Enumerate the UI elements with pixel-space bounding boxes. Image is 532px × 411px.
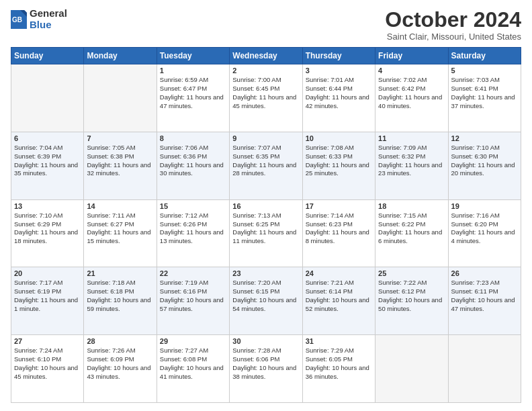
- day-info: Sunrise: 7:00 AM Sunset: 6:45 PM Dayligh…: [232, 76, 299, 110]
- day-number: 24: [306, 269, 372, 277]
- calendar-cell-w2d4: 17Sunrise: 7:14 AM Sunset: 6:23 PM Dayli…: [302, 199, 375, 267]
- calendar-cell-w0d2: 1Sunrise: 6:59 AM Sunset: 6:47 PM Daylig…: [157, 64, 229, 132]
- day-info: Sunrise: 7:03 AM Sunset: 6:41 PM Dayligh…: [451, 76, 518, 110]
- day-info: Sunrise: 7:10 AM Sunset: 6:30 PM Dayligh…: [451, 144, 518, 178]
- day-number: 22: [160, 269, 226, 277]
- location: Saint Clair, Missouri, United States: [385, 32, 521, 42]
- day-number: 21: [87, 269, 153, 277]
- day-number: 6: [14, 134, 81, 142]
- day-info: Sunrise: 6:59 AM Sunset: 6:47 PM Dayligh…: [160, 76, 226, 110]
- calendar-cell-w3d6: 26Sunrise: 7:23 AM Sunset: 6:11 PM Dayli…: [448, 267, 521, 335]
- day-info: Sunrise: 7:07 AM Sunset: 6:35 PM Dayligh…: [232, 144, 299, 178]
- day-number: 4: [378, 66, 445, 75]
- calendar-cell-w4d6: [448, 335, 521, 403]
- day-info: Sunrise: 7:16 AM Sunset: 6:20 PM Dayligh…: [451, 212, 518, 246]
- day-info: Sunrise: 7:09 AM Sunset: 6:32 PM Dayligh…: [378, 144, 445, 178]
- calendar-cell-w4d0: 27Sunrise: 7:24 AM Sunset: 6:10 PM Dayli…: [11, 335, 84, 403]
- title-area: October 2024 Saint Clair, Missouri, Unit…: [385, 8, 521, 42]
- day-info: Sunrise: 7:20 AM Sunset: 6:15 PM Dayligh…: [232, 279, 299, 313]
- calendar-week-1: 6Sunrise: 7:04 AM Sunset: 6:39 PM Daylig…: [11, 132, 521, 199]
- calendar-cell-w1d0: 6Sunrise: 7:04 AM Sunset: 6:39 PM Daylig…: [11, 132, 84, 199]
- calendar-cell-w4d3: 30Sunrise: 7:28 AM Sunset: 6:06 PM Dayli…: [230, 335, 302, 403]
- calendar-cell-w3d0: 20Sunrise: 7:17 AM Sunset: 6:19 PM Dayli…: [11, 267, 84, 335]
- col-monday: Monday: [84, 48, 157, 64]
- day-info: Sunrise: 7:13 AM Sunset: 6:25 PM Dayligh…: [232, 212, 299, 246]
- col-thursday: Thursday: [302, 48, 375, 64]
- logo: GB General Blue: [11, 8, 67, 30]
- calendar-cell-w1d6: 12Sunrise: 7:10 AM Sunset: 6:30 PM Dayli…: [448, 132, 521, 199]
- col-friday: Friday: [375, 48, 448, 64]
- calendar-cell-w2d2: 15Sunrise: 7:12 AM Sunset: 6:26 PM Dayli…: [157, 199, 229, 267]
- day-number: 11: [378, 134, 445, 142]
- day-info: Sunrise: 7:14 AM Sunset: 6:23 PM Dayligh…: [306, 212, 372, 246]
- calendar-week-3: 20Sunrise: 7:17 AM Sunset: 6:19 PM Dayli…: [11, 267, 521, 335]
- day-number: 14: [87, 202, 153, 210]
- day-number: 9: [232, 134, 299, 142]
- calendar-cell-w4d5: [375, 335, 448, 403]
- day-info: Sunrise: 7:18 AM Sunset: 6:18 PM Dayligh…: [87, 279, 153, 313]
- calendar-cell-w2d0: 13Sunrise: 7:10 AM Sunset: 6:29 PM Dayli…: [11, 199, 84, 267]
- calendar-cell-w0d5: 4Sunrise: 7:02 AM Sunset: 6:42 PM Daylig…: [375, 64, 448, 132]
- calendar-cell-w4d1: 28Sunrise: 7:26 AM Sunset: 6:09 PM Dayli…: [84, 335, 157, 403]
- day-number: 18: [378, 202, 445, 210]
- calendar-week-4: 27Sunrise: 7:24 AM Sunset: 6:10 PM Dayli…: [11, 335, 521, 403]
- day-info: Sunrise: 7:01 AM Sunset: 6:44 PM Dayligh…: [306, 76, 372, 110]
- day-number: 27: [14, 337, 81, 345]
- day-number: 2: [232, 66, 299, 75]
- calendar-cell-w2d1: 14Sunrise: 7:11 AM Sunset: 6:27 PM Dayli…: [84, 199, 157, 267]
- day-number: 26: [451, 269, 518, 277]
- day-info: Sunrise: 7:06 AM Sunset: 6:36 PM Dayligh…: [160, 144, 226, 178]
- day-info: Sunrise: 7:28 AM Sunset: 6:06 PM Dayligh…: [232, 347, 299, 381]
- day-number: 15: [160, 202, 226, 210]
- calendar-cell-w1d2: 8Sunrise: 7:06 AM Sunset: 6:36 PM Daylig…: [157, 132, 229, 199]
- day-info: Sunrise: 7:12 AM Sunset: 6:26 PM Dayligh…: [160, 212, 226, 246]
- calendar-cell-w3d1: 21Sunrise: 7:18 AM Sunset: 6:18 PM Dayli…: [84, 267, 157, 335]
- calendar-cell-w3d2: 22Sunrise: 7:19 AM Sunset: 6:16 PM Dayli…: [157, 267, 229, 335]
- col-sunday: Sunday: [11, 48, 84, 64]
- calendar-cell-w0d4: 3Sunrise: 7:01 AM Sunset: 6:44 PM Daylig…: [302, 64, 375, 132]
- calendar-cell-w1d5: 11Sunrise: 7:09 AM Sunset: 6:32 PM Dayli…: [375, 132, 448, 199]
- logo-icon: GB: [11, 10, 27, 29]
- calendar-table: Sunday Monday Tuesday Wednesday Thursday…: [11, 47, 521, 403]
- day-number: 8: [160, 134, 226, 142]
- day-info: Sunrise: 7:19 AM Sunset: 6:16 PM Dayligh…: [160, 279, 226, 313]
- calendar-header-row: Sunday Monday Tuesday Wednesday Thursday…: [11, 48, 521, 64]
- day-number: 31: [306, 337, 372, 345]
- calendar-cell-w4d2: 29Sunrise: 7:27 AM Sunset: 6:08 PM Dayli…: [157, 335, 229, 403]
- day-info: Sunrise: 7:22 AM Sunset: 6:12 PM Dayligh…: [378, 279, 445, 313]
- logo-text: General Blue: [30, 8, 67, 30]
- calendar-cell-w1d1: 7Sunrise: 7:05 AM Sunset: 6:38 PM Daylig…: [84, 132, 157, 199]
- day-number: 19: [451, 202, 518, 210]
- day-number: 20: [14, 269, 81, 277]
- day-number: 23: [232, 269, 299, 277]
- day-number: 17: [306, 202, 372, 210]
- calendar-cell-w0d3: 2Sunrise: 7:00 AM Sunset: 6:45 PM Daylig…: [230, 64, 302, 132]
- calendar-cell-w3d4: 24Sunrise: 7:21 AM Sunset: 6:14 PM Dayli…: [302, 267, 375, 335]
- day-info: Sunrise: 7:26 AM Sunset: 6:09 PM Dayligh…: [87, 347, 153, 381]
- day-number: 13: [14, 202, 81, 210]
- day-info: Sunrise: 7:24 AM Sunset: 6:10 PM Dayligh…: [14, 347, 81, 381]
- day-number: 28: [87, 337, 153, 345]
- month-title: October 2024: [385, 8, 521, 32]
- day-info: Sunrise: 7:11 AM Sunset: 6:27 PM Dayligh…: [87, 212, 153, 246]
- col-tuesday: Tuesday: [157, 48, 229, 64]
- calendar-cell-w0d0: [11, 64, 84, 132]
- day-number: 3: [306, 66, 372, 75]
- day-number: 30: [232, 337, 299, 345]
- col-saturday: Saturday: [448, 48, 521, 64]
- day-info: Sunrise: 7:02 AM Sunset: 6:42 PM Dayligh…: [378, 76, 445, 110]
- calendar-cell-w3d5: 25Sunrise: 7:22 AM Sunset: 6:12 PM Dayli…: [375, 267, 448, 335]
- day-number: 5: [451, 66, 518, 75]
- calendar-week-0: 1Sunrise: 6:59 AM Sunset: 6:47 PM Daylig…: [11, 64, 521, 132]
- day-info: Sunrise: 7:08 AM Sunset: 6:33 PM Dayligh…: [306, 144, 372, 178]
- calendar-week-2: 13Sunrise: 7:10 AM Sunset: 6:29 PM Dayli…: [11, 199, 521, 267]
- calendar-cell-w1d3: 9Sunrise: 7:07 AM Sunset: 6:35 PM Daylig…: [230, 132, 302, 199]
- header: GB General Blue October 2024 Saint Clair…: [11, 8, 521, 42]
- svg-text:GB: GB: [12, 16, 22, 24]
- logo-general-text: General: [30, 8, 67, 19]
- day-info: Sunrise: 7:29 AM Sunset: 6:05 PM Dayligh…: [306, 347, 372, 381]
- day-info: Sunrise: 7:23 AM Sunset: 6:11 PM Dayligh…: [451, 279, 518, 313]
- day-number: 10: [306, 134, 372, 142]
- day-number: 29: [160, 337, 226, 345]
- calendar-cell-w0d6: 5Sunrise: 7:03 AM Sunset: 6:41 PM Daylig…: [448, 64, 521, 132]
